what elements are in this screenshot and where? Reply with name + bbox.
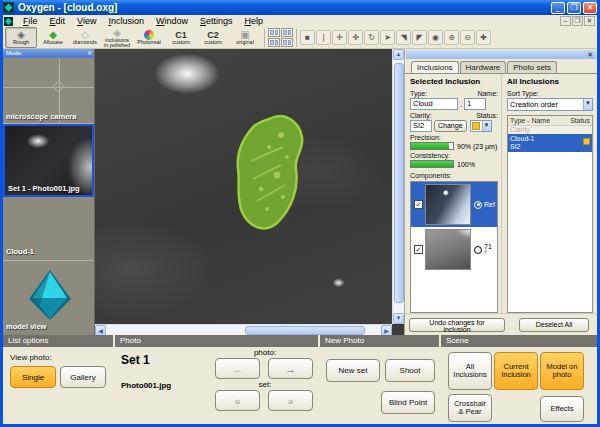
status-swatch: [583, 138, 590, 145]
vertical-scroll-thumb[interactable]: [394, 63, 404, 303]
select-rect-tool[interactable]: ■: [300, 30, 315, 45]
snap-out-tool[interactable]: ◤: [412, 30, 427, 45]
original-button[interactable]: ▣ original: [229, 27, 261, 48]
menu-settings[interactable]: Settings: [194, 15, 239, 27]
zoom-in-tool[interactable]: ⊕: [444, 30, 459, 45]
snap-in-tool[interactable]: ◥: [396, 30, 411, 45]
vertical-scrollbar[interactable]: ▲ ▼: [392, 49, 404, 324]
c2-custom-button[interactable]: C2 custom: [197, 27, 229, 48]
pointer-tool[interactable]: ➤: [380, 30, 395, 45]
all-inclusions-section: All Inclusions Sort Type: Creation order…: [502, 74, 597, 313]
layout-4-button[interactable]: [281, 38, 293, 47]
undo-changes-button[interactable]: Undo changes for inclusion: [409, 318, 505, 332]
title-bar[interactable]: Oxygen - [cloud.oxg] _ ❐ ✕: [0, 0, 600, 15]
minimize-button[interactable]: _: [551, 2, 565, 14]
microscope-photo[interactable]: [95, 49, 392, 324]
layout-2-button[interactable]: [281, 28, 293, 37]
photoreal-button[interactable]: Photoreal: [133, 27, 165, 48]
measure-tool[interactable]: ❘: [316, 30, 331, 45]
inclusion-row-cloud-1[interactable]: Cloud-1 SI2: [508, 134, 592, 152]
sidebar-item-photo-set[interactable]: Set 1 - Photo001.jpg: [3, 124, 94, 197]
all-inclusions-heading: All Inclusions: [507, 77, 593, 86]
panel-close-icon[interactable]: ✕: [587, 51, 596, 58]
blind-point-button[interactable]: Blind Point: [381, 391, 435, 414]
shoot-button[interactable]: Shoot: [385, 359, 435, 382]
rough-mode-button[interactable]: ◈ Rough: [5, 27, 37, 48]
menu-file[interactable]: File: [17, 15, 44, 27]
type-input[interactable]: Cloud: [410, 98, 458, 110]
window-title: Oxygen - [cloud.oxg]: [18, 2, 551, 13]
component-radio[interactable]: [474, 246, 482, 254]
mode-close-icon[interactable]: ✕: [87, 49, 92, 58]
column-type-name[interactable]: Type - Name: [510, 117, 550, 124]
menu-view[interactable]: View: [71, 15, 102, 27]
status-label: Status:: [476, 112, 498, 119]
horizontal-scrollbar[interactable]: ◀ ▶: [95, 324, 392, 335]
effects-button[interactable]: Effects: [540, 396, 584, 422]
component-thumbnail[interactable]: [425, 229, 471, 270]
diamonds-mode-button[interactable]: ◇ diamonds: [69, 27, 101, 48]
new-set-button[interactable]: New set: [326, 359, 380, 382]
gallery-view-button[interactable]: Gallery: [60, 366, 106, 388]
menu-help[interactable]: Help: [239, 15, 270, 27]
previous-photo-button[interactable]: ←: [215, 358, 260, 379]
previous-set-button[interactable]: «: [215, 390, 260, 411]
next-photo-button[interactable]: →: [268, 358, 313, 379]
crosshair-pear-toggle[interactable]: Crosshair & Pear: [448, 394, 492, 422]
menu-inclusion[interactable]: Inclusion: [102, 15, 150, 27]
inclusion-overlay[interactable]: [231, 113, 315, 243]
mdi-minimize-button[interactable]: –: [560, 16, 571, 26]
all-inclusions-toggle[interactable]: All Inclusions: [448, 352, 492, 390]
crosshair-icon: [3, 87, 94, 88]
scroll-up-icon[interactable]: ▲: [393, 49, 404, 60]
next-set-button[interactable]: »: [268, 390, 313, 411]
tab-hardware[interactable]: Hardware: [460, 61, 507, 73]
layout-3-button[interactable]: [268, 38, 280, 47]
pan-tool[interactable]: ✜: [348, 30, 363, 45]
single-view-button[interactable]: Single: [10, 366, 56, 388]
move-tool[interactable]: ✛: [332, 30, 347, 45]
photo-filename: Photo001.jpg: [121, 381, 171, 390]
menu-window[interactable]: Window: [150, 15, 194, 27]
scroll-down-icon[interactable]: ▼: [393, 313, 404, 324]
sidebar-item-microscope-camera[interactable]: microscope camera: [3, 58, 94, 124]
component-checkbox[interactable]: ✓: [414, 245, 423, 254]
model-on-photo-toggle[interactable]: Model on photo: [540, 352, 584, 390]
inclusions-polished-button[interactable]: ◈ inclusions in polished: [101, 27, 133, 48]
view-tool[interactable]: ◉: [428, 30, 443, 45]
clarity-input[interactable]: SI2: [410, 120, 432, 132]
menu-edit[interactable]: Edit: [44, 15, 72, 27]
deselect-all-button[interactable]: Deselect All: [519, 318, 589, 332]
column-status[interactable]: Status: [570, 117, 590, 124]
component-checkbox[interactable]: ✓: [414, 200, 423, 209]
status-dropdown[interactable]: ▼: [470, 120, 492, 132]
tab-photo-sets[interactable]: Photo sets: [507, 61, 557, 73]
change-clarity-button[interactable]: Change: [434, 120, 467, 132]
photo-viewport[interactable]: ▲ ▼ ◀ ▶: [95, 49, 404, 335]
selected-inclusion-heading: Selected Inclusion: [410, 77, 498, 86]
current-inclusion-toggle[interactable]: Current Inclusion: [494, 352, 538, 390]
allocate-mode-button[interactable]: ◆ Allocate: [37, 27, 69, 48]
sidebar-item-cloud[interactable]: Cloud-1: [3, 197, 94, 261]
c1-custom-button[interactable]: C1 custom: [165, 27, 197, 48]
list-header[interactable]: Type - Name Status: [508, 116, 592, 126]
horizontal-scroll-thumb[interactable]: [245, 326, 365, 335]
panel-titlebar[interactable]: ✕: [406, 50, 596, 59]
component-row[interactable]: ✓ 71 °: [411, 227, 497, 272]
component-row[interactable]: ✓ Ref: [411, 182, 497, 227]
sidebar-item-label: microscope camera: [6, 112, 76, 121]
zoom-out-tool[interactable]: ⊖: [460, 30, 475, 45]
close-button[interactable]: ✕: [583, 2, 597, 14]
layout-1-button[interactable]: [268, 28, 280, 37]
locate-tool[interactable]: ✚: [476, 30, 491, 45]
component-thumbnail[interactable]: [425, 184, 471, 225]
restore-button[interactable]: ❐: [567, 2, 581, 14]
sidebar-item-model-view[interactable]: model view: [3, 261, 94, 333]
sort-type-dropdown[interactable]: Creation order ▼: [507, 98, 593, 111]
rotate-tool[interactable]: ↻: [364, 30, 379, 45]
name-input[interactable]: 1: [464, 98, 486, 110]
tab-inclusions[interactable]: Inclusions: [411, 61, 459, 73]
mdi-close-button[interactable]: ✕: [584, 16, 595, 26]
component-radio[interactable]: [474, 201, 482, 209]
mdi-restore-button[interactable]: ❐: [572, 16, 583, 26]
